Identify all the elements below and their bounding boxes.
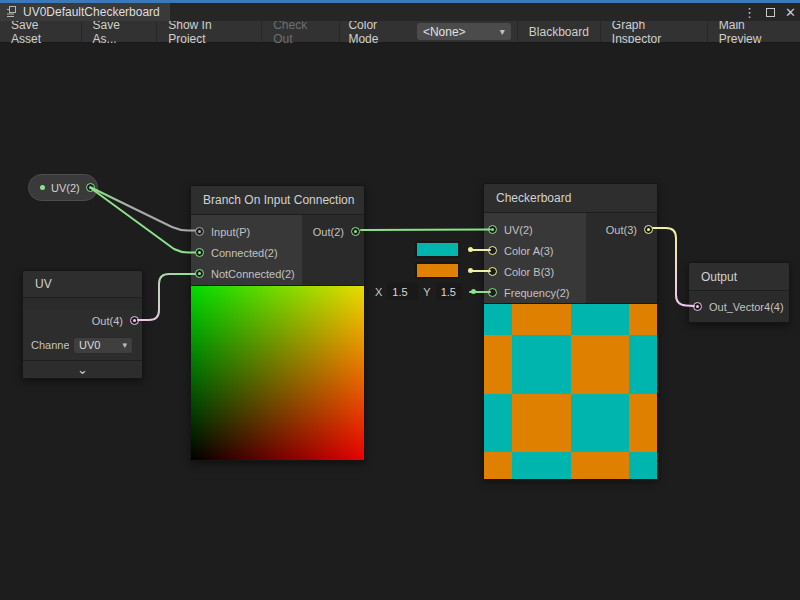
- port-label: Out(3): [606, 224, 637, 236]
- channel-label: Channe: [31, 339, 69, 351]
- chevron-down-icon: ▾: [122, 340, 127, 350]
- color-b-swatch[interactable]: [417, 264, 458, 277]
- port-branch-connected[interactable]: [195, 248, 204, 257]
- node-output[interactable]: Output Out_Vector4(4): [688, 262, 790, 323]
- color-mode-label: Color Mode: [340, 21, 416, 42]
- maximize-icon[interactable]: [766, 8, 775, 17]
- port-label: Color A(3): [504, 245, 554, 257]
- node-title: UV: [23, 271, 142, 298]
- port-label: NotConnected(2): [211, 268, 295, 280]
- port-label: Out_Vector4(4): [709, 301, 784, 313]
- collapse-chevron-icon: ⌄: [77, 366, 88, 374]
- graph-inspector-button[interactable]: Graph Inspector: [600, 21, 707, 42]
- node-title: Branch On Input Connection: [191, 186, 364, 215]
- port-branch-notconnected[interactable]: [195, 269, 204, 278]
- port-checker-out[interactable]: [644, 225, 653, 234]
- color-a-swatch[interactable]: [417, 243, 458, 256]
- port-label: UV(2): [504, 224, 533, 236]
- blackboard-button[interactable]: Blackboard: [517, 21, 600, 42]
- pill-label: UV(2): [51, 182, 80, 194]
- node-uv2-property-pill[interactable]: UV(2): [28, 174, 98, 201]
- edge-uvout4-to-branch-notconnected[interactable]: [138, 274, 195, 320]
- port-label: Color B(3): [504, 266, 554, 278]
- color-b-swatch-frame[interactable]: [415, 262, 460, 279]
- uv-gradient-preview: [191, 285, 364, 460]
- frequency-y-label: Y: [423, 286, 430, 298]
- node-title: Output: [689, 263, 789, 291]
- checker-cell: [484, 304, 512, 335]
- checker-cell: [571, 304, 629, 335]
- node-checkerboard[interactable]: Checkerboard UV(2) Color A(3) Color B(3): [483, 183, 658, 479]
- channel-dropdown[interactable]: UV0 ▾: [73, 337, 133, 354]
- checker-cell: [512, 394, 571, 452]
- tab-uv0defaultcheckerboard[interactable]: UV0DefaultCheckerboard: [0, 3, 170, 21]
- frequency-widget[interactable]: X 1.5 Y 1.5: [375, 283, 480, 300]
- node-uv[interactable]: UV Out(4) Channe UV0 ▾ ⌄: [22, 270, 143, 379]
- checker-cell: [512, 304, 571, 335]
- port-label: Frequency(2): [504, 287, 569, 299]
- exposed-property-dot: [40, 185, 45, 190]
- edge-uvpill-to-branch-input[interactable]: [92, 188, 195, 231]
- checker-cell: [571, 452, 629, 479]
- tab-title: UV0DefaultCheckerboard: [23, 5, 160, 19]
- checker-cell: [484, 452, 512, 479]
- port-label: Out(4): [92, 315, 123, 327]
- toolbar: Save Asset Save As... Show In Project Ch…: [0, 21, 800, 43]
- frequency-x-label: X: [375, 286, 382, 298]
- color-a-widget[interactable]: [415, 241, 477, 258]
- collapse-previews-button[interactable]: ⌄: [23, 360, 142, 378]
- check-out-button: Check Out: [262, 21, 340, 42]
- shader-graph-icon: [6, 6, 18, 18]
- port-branch-out[interactable]: [351, 227, 360, 236]
- main-preview-button[interactable]: Main Preview: [707, 21, 800, 42]
- checker-cell: [512, 452, 571, 479]
- checker-cell: [484, 394, 512, 452]
- checker-cell: [512, 335, 571, 394]
- color-a-swatch-frame[interactable]: [415, 241, 460, 258]
- checker-cell: [571, 394, 629, 452]
- edge-branchout-to-checker-uv[interactable]: [361, 230, 490, 231]
- node-title: Checkerboard: [484, 184, 657, 213]
- checker-cell: [629, 335, 657, 394]
- checker-cell: [629, 452, 657, 479]
- port-label: Out(2): [313, 226, 344, 238]
- port-label: Input(P): [211, 226, 250, 238]
- checker-cell: [629, 394, 657, 452]
- save-as-button[interactable]: Save As...: [82, 21, 158, 42]
- kebab-menu-icon[interactable]: ⋮: [743, 6, 756, 19]
- node-branch-on-input-connection[interactable]: Branch On Input Connection Input(P) Conn…: [190, 185, 365, 461]
- tab-strip: UV0DefaultCheckerboard ⋮ ✕: [0, 3, 800, 21]
- save-asset-button[interactable]: Save Asset: [0, 21, 82, 42]
- checker-cell: [629, 304, 657, 335]
- checkerboard-preview: [484, 303, 657, 478]
- checker-cell: [484, 335, 512, 394]
- color-b-widget[interactable]: [415, 262, 477, 279]
- close-icon[interactable]: ✕: [785, 6, 796, 19]
- frequency-y-field[interactable]: 1.5: [436, 283, 462, 300]
- channel-value: UV0: [79, 339, 100, 351]
- chevron-down-icon: ▾: [500, 26, 505, 37]
- color-mode-dropdown[interactable]: <None> ▾: [417, 23, 511, 40]
- color-mode-value: <None>: [423, 25, 466, 39]
- port-branch-input[interactable]: [195, 227, 204, 236]
- port-label: Connected(2): [211, 247, 278, 259]
- checker-cell: [571, 335, 629, 394]
- edge-uvpill-to-branch-connected[interactable]: [92, 189, 195, 253]
- show-in-project-button[interactable]: Show In Project: [157, 21, 262, 42]
- frequency-x-field[interactable]: 1.5: [387, 283, 418, 300]
- graph-canvas[interactable]: UV(2) Branch On Input Connection Input(P…: [0, 43, 800, 600]
